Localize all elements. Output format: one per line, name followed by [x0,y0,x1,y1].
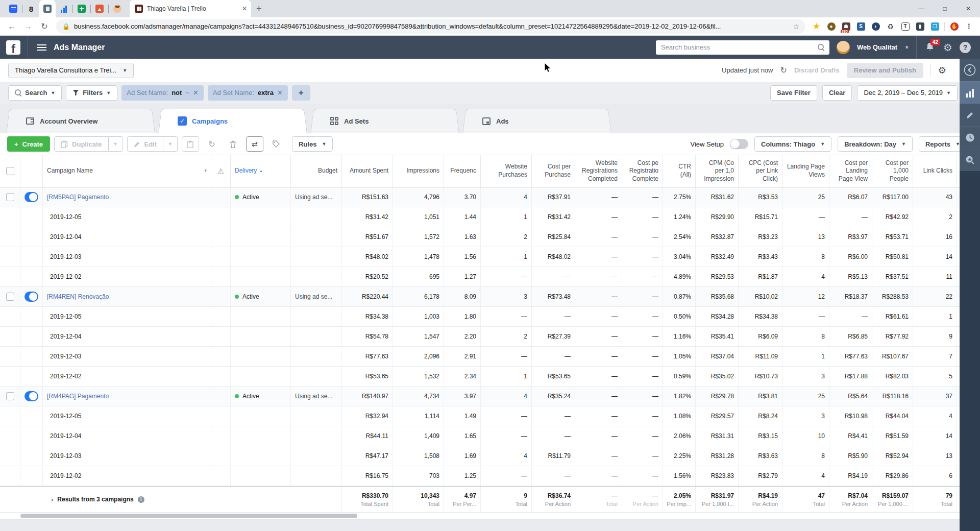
campaign-toggle[interactable] [24,292,38,302]
account-selector[interactable]: Thiago Varella Consultoria e Trei... ▼ [8,63,134,78]
rules-button[interactable]: Rules ▼ [292,136,333,152]
window-close-button[interactable]: ✕ [957,0,980,17]
extension-t[interactable]: T [898,19,912,34]
breakdown-dropdown[interactable]: Breakdown: Day▼ [838,136,913,152]
rail-charts-button[interactable] [960,81,980,104]
refresh-icon[interactable]: ↻ [780,65,787,75]
info-icon[interactable]: i [138,496,144,503]
pinned-tab-profile[interactable] [109,0,126,17]
campaign-toggle[interactable] [24,391,38,401]
delete-button[interactable] [225,136,242,152]
campaign-toggle[interactable] [24,192,38,202]
tab-ad-sets[interactable]: Ad Sets [315,109,454,133]
window-maximize-button[interactable]: □ [933,0,957,17]
review-and-publish-button[interactable]: Review and Publish [847,63,923,78]
tab-close-icon[interactable]: ✕ [242,5,247,12]
col-header-cpm[interactable]: CPM (Co per 1,0 Impression [696,155,739,187]
extension-adblock[interactable]: ✋ [947,19,961,34]
extension-star[interactable]: ★ [810,19,823,34]
create-button[interactable]: +Create [7,136,50,152]
hamburger-menu-icon[interactable] [37,44,46,51]
clear-filter-button[interactable]: Clear [822,85,852,101]
extension-moon[interactable]: ◗ [869,19,883,34]
pinned-tab-sheets[interactable] [74,0,90,17]
pinned-tab-docs[interactable] [5,0,21,17]
duplicate-caret-button[interactable]: ▼ [109,136,123,152]
extension-panels[interactable]: ❐ [928,19,942,34]
settings-gear-icon[interactable]: ⚙ [943,41,952,54]
col-header-lpv[interactable]: Landing Page Views [782,155,829,187]
rail-inspect-button[interactable] [960,149,980,171]
extension-counter[interactable]: ☗385 [839,19,853,34]
rail-history-button[interactable] [960,126,980,149]
filters-button[interactable]: Filters ▼ [66,85,117,101]
tab-ads[interactable]: Ads [468,109,606,133]
pinned-tab-analytics[interactable] [56,0,72,17]
browser-tab-active[interactable]: Thiago Varella | Trello ✕ [130,0,251,17]
col-header-cplpv[interactable]: Cost per Landing Page View [829,155,872,187]
ads-settings-gear-icon[interactable]: ⚙ [938,65,946,76]
filter-chip-adset-not[interactable]: Ad Set Name: not ~ ✕ [121,85,204,101]
col-header-reg[interactable]: Website Registrations Completed [575,155,622,187]
edit-caret-button[interactable]: ▼ [163,136,178,152]
campaign-name-link[interactable]: [RM4PAG] Pagamento [47,393,109,400]
campaign-name-link[interactable]: [RM4REN] Renovação [47,293,109,300]
col-header-cpr[interactable]: Cost pe Registratio Complete [622,155,663,187]
user-name[interactable]: Web Qualitat [857,43,897,51]
col-header-ctr[interactable]: CTR (All) [663,155,696,187]
scrollbar-thumb[interactable] [20,514,357,518]
reload-button[interactable]: ↻ [37,19,52,34]
window-minimize-button[interactable]: — [910,0,933,17]
save-filter-button[interactable]: Save Filter [770,85,817,101]
filter-chip-adset-extra[interactable]: Ad Set Name: extra ✕ [208,85,288,101]
pinned-tab-clipboard[interactable] [39,0,56,17]
tab-campaigns[interactable]: ✓Campaigns [163,109,302,133]
col-header-budget[interactable]: Budget [291,155,342,187]
paste-button[interactable] [182,136,199,152]
forward-button[interactable]: → [20,19,36,34]
business-search-input[interactable]: Search business [656,40,829,55]
new-tab-button[interactable]: + [256,4,262,14]
user-menu-caret-icon[interactable]: ▼ [904,45,909,50]
extension-recycle[interactable]: ♻ [884,19,897,34]
col-header-delivery[interactable]: Delivery▴ [231,155,291,187]
col-header-frequency[interactable]: Frequenc [444,155,481,187]
col-header-cp1000[interactable]: Cost per 1,000 People [872,155,913,187]
browser-menu-icon[interactable]: ⋮ [962,19,976,34]
address-input[interactable]: 🔒 business.facebook.com/adsmanager/manag… [56,19,805,34]
columns-dropdown[interactable]: Columns: Thiago▼ [754,136,831,152]
expand-chevron-icon[interactable]: › [51,496,53,503]
view-setup-toggle[interactable] [730,139,748,149]
col-header-clicks[interactable]: Link Clicks [913,155,957,187]
chip-close-icon[interactable]: ✕ [277,89,283,96]
add-filter-button[interactable]: + [292,85,310,101]
notifications-button[interactable]: 42 [924,41,936,54]
chip-close-icon[interactable]: ✕ [193,89,199,96]
tab-account-overview[interactable]: Account Overview [11,109,150,133]
ab-test-button[interactable]: ⇄ [246,136,263,152]
discard-drafts-button[interactable]: Discard Drafts [794,66,840,74]
pinned-tab-photos[interactable] [91,0,108,17]
tag-button[interactable] [267,136,285,152]
date-range-picker[interactable]: Dec 2, 2019 – Dec 5, 2019 ▼ [857,85,958,101]
help-icon[interactable]: ? [960,42,971,53]
col-header-name[interactable]: Campaign Name▾ [43,155,211,187]
extension-circle[interactable]: ● [824,19,838,34]
select-all-checkbox[interactable] [6,167,14,175]
row-checkbox[interactable] [6,293,14,301]
extension-s[interactable]: S [854,19,868,34]
horizontal-scrollbar[interactable] [0,513,960,520]
campaign-name-link[interactable]: [RM5PAG] Pagamento [47,194,109,201]
col-header-cpp[interactable]: Cost per Purchase [532,155,575,187]
history-button[interactable]: ↻ [203,136,220,152]
results-summary[interactable]: › Results from 3 campaigns i [0,487,342,512]
col-header-spent[interactable]: Amount Spent [342,155,393,187]
col-header-impressions[interactable]: Impressions [393,155,444,187]
extension-columns[interactable]: ▮ [913,19,927,34]
user-avatar[interactable] [837,41,850,54]
row-checkbox[interactable] [6,392,14,400]
pinned-tab-toggl[interactable]: 8 [23,0,39,17]
col-header-cpc[interactable]: CPC (Cost per Link Click) [739,155,782,187]
facebook-logo[interactable]: f [6,40,20,55]
rail-edit-button[interactable] [960,104,980,126]
